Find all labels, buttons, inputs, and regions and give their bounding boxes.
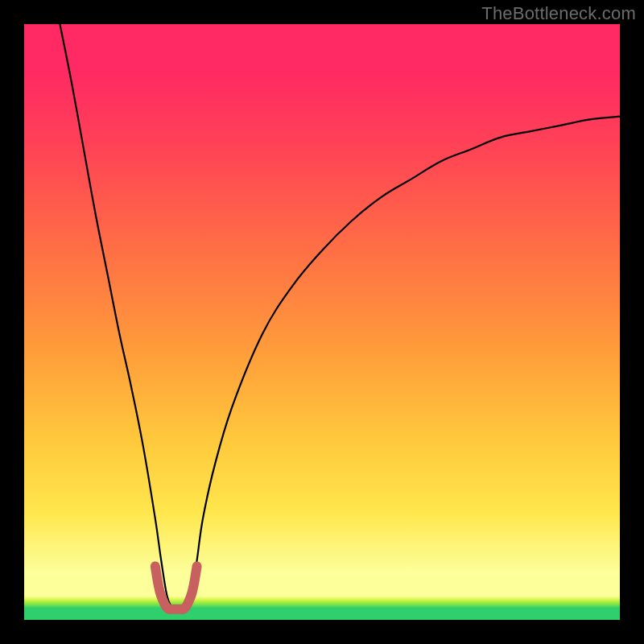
bottleneck-curve — [60, 24, 620, 609]
plot-area — [24, 24, 620, 620]
sweet-spot-marker — [155, 566, 197, 609]
watermark-text: TheBottleneck.com — [481, 3, 636, 24]
curve-svg — [24, 24, 620, 620]
chart-frame: TheBottleneck.com — [0, 0, 644, 644]
